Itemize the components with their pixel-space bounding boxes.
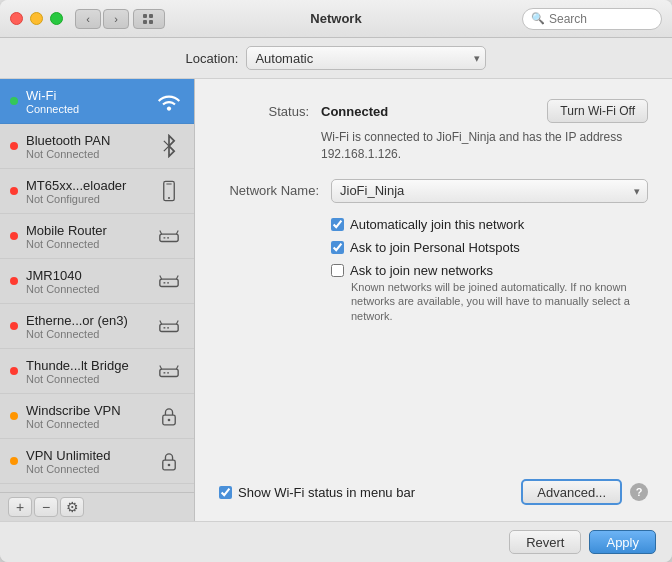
- wifi-icon: [154, 86, 184, 116]
- bluetooth-icon: [154, 131, 184, 161]
- wifi-name: Wi-Fi: [26, 88, 146, 103]
- sidebar-item-jmr1040[interactable]: JMR1040 Not Connected: [0, 259, 194, 304]
- svg-rect-1: [149, 14, 153, 18]
- sidebar-item-mt65xx[interactable]: MT65xx...eloader Not Configured: [0, 169, 194, 214]
- ethernet-status: Not Connected: [26, 328, 146, 340]
- lock-icon-1: [154, 401, 184, 431]
- location-select-wrap: Automatic Edit Locations...: [246, 46, 486, 70]
- jmr1040-status: Not Connected: [26, 283, 146, 295]
- network-gear-button[interactable]: ⚙: [60, 497, 84, 517]
- sidebar-item-mobile-router[interactable]: Mobile Router Not Connected: [0, 214, 194, 259]
- status-label: Status:: [219, 104, 309, 119]
- sidebar-item-ethernet[interactable]: Etherne...or (en3) Not Connected: [0, 304, 194, 349]
- status-dot-jmr1040: [10, 277, 18, 285]
- network-name-row: Network Name: JioFi_Ninja: [219, 179, 648, 203]
- svg-point-5: [168, 197, 170, 199]
- search-box[interactable]: 🔍: [522, 8, 662, 30]
- show-menubar-label[interactable]: Show Wi-Fi status in menu bar: [238, 485, 415, 500]
- sidebar-item-wifi[interactable]: Wi-Fi Connected: [0, 79, 194, 124]
- svg-point-28: [168, 419, 171, 422]
- status-description: Wi-Fi is connected to JioFi_Ninja and ha…: [321, 129, 648, 163]
- back-button[interactable]: ‹: [75, 9, 101, 29]
- titlebar: ‹ › Network 🔍: [0, 0, 672, 38]
- add-network-button[interactable]: +: [8, 497, 32, 517]
- sidebar-item-windscribe[interactable]: Windscribe VPN Not Connected: [0, 394, 194, 439]
- checkboxes-section: Automatically join this network Ask to j…: [331, 217, 648, 325]
- location-select[interactable]: Automatic Edit Locations...: [246, 46, 486, 70]
- network-name-label: Network Name:: [219, 183, 319, 198]
- ethernet-name: Etherne...or (en3): [26, 313, 146, 328]
- remove-network-button[interactable]: −: [34, 497, 58, 517]
- sidebar-item-vpn-unlimited[interactable]: VPN Unlimited Not Connected: [0, 439, 194, 484]
- mobile-router-status: Not Connected: [26, 238, 146, 250]
- mobile-router-text: Mobile Router Not Connected: [26, 223, 146, 250]
- personal-hotspot-checkbox[interactable]: [331, 241, 344, 254]
- personal-hotspot-row: Ask to join Personal Hotspots: [331, 240, 648, 255]
- turn-wifi-off-button[interactable]: Turn Wi-Fi Off: [547, 99, 648, 123]
- windscribe-text: Windscribe VPN Not Connected: [26, 403, 146, 430]
- sidebar-item-bluetooth[interactable]: Bluetooth PAN Not Connected: [0, 124, 194, 169]
- search-input[interactable]: [549, 12, 653, 26]
- vpn-unlimited-text: VPN Unlimited Not Connected: [26, 448, 146, 475]
- status-dot-wifi: [10, 97, 18, 105]
- footer: Revert Apply: [0, 521, 672, 562]
- mt65xx-text: MT65xx...eloader Not Configured: [26, 178, 146, 205]
- router-icon-1: [154, 221, 184, 251]
- status-value: Connected: [321, 104, 388, 119]
- minimize-button[interactable]: [30, 12, 43, 25]
- status-dot-mobile-router: [10, 232, 18, 240]
- network-detail: Status: Connected Turn Wi-Fi Off Wi-Fi i…: [195, 79, 672, 521]
- vpn-unlimited-name: VPN Unlimited: [26, 448, 146, 463]
- sidebar-item-thunderbolt[interactable]: Thunde...lt Bridge Not Connected: [0, 349, 194, 394]
- auto-join-checkbox[interactable]: [331, 218, 344, 231]
- status-dot-mt65xx: [10, 187, 18, 195]
- new-networks-row: Ask to join new networks Known networks …: [331, 263, 648, 325]
- network-window: ‹ › Network 🔍 Location: Automatic Edit L…: [0, 0, 672, 562]
- windscribe-status: Not Connected: [26, 418, 146, 430]
- vpn-unlimited-status: Not Connected: [26, 463, 146, 475]
- auto-join-label[interactable]: Automatically join this network: [350, 217, 524, 232]
- status-dot-ethernet: [10, 322, 18, 330]
- network-name-select-wrap: JioFi_Ninja: [331, 179, 648, 203]
- router-icon-2: [154, 266, 184, 296]
- new-networks-desc: Known networks will be joined automatica…: [351, 280, 648, 325]
- status-dot-vpn-unlimited: [10, 457, 18, 465]
- forward-button[interactable]: ›: [103, 9, 129, 29]
- ethernet-icon-1: [154, 311, 184, 341]
- thunderbolt-status: Not Connected: [26, 373, 146, 385]
- bluetooth-status: Not Connected: [26, 148, 146, 160]
- svg-rect-3: [149, 20, 153, 24]
- wifi-text: Wi-Fi Connected: [26, 88, 146, 115]
- revert-button[interactable]: Revert: [509, 530, 581, 554]
- apply-button[interactable]: Apply: [589, 530, 656, 554]
- new-networks-checkbox[interactable]: [331, 264, 344, 277]
- jmr1040-text: JMR1040 Not Connected: [26, 268, 146, 295]
- window-title: Network: [310, 11, 361, 26]
- grid-button[interactable]: [133, 9, 165, 29]
- personal-hotspot-label[interactable]: Ask to join Personal Hotspots: [350, 240, 520, 255]
- lock-icon-2: [154, 446, 184, 476]
- mobile-router-name: Mobile Router: [26, 223, 146, 238]
- advanced-button[interactable]: Advanced...: [521, 479, 622, 505]
- close-button[interactable]: [10, 12, 23, 25]
- sidebar-bottom: + − ⚙: [0, 492, 194, 521]
- new-networks-label[interactable]: Ask to join new networks: [350, 263, 493, 278]
- sidebar: Wi-Fi Connected Bluetooth PAN Not Connec…: [0, 79, 195, 521]
- status-dot-bluetooth: [10, 142, 18, 150]
- svg-rect-2: [143, 20, 147, 24]
- ethernet-icon-2: [154, 356, 184, 386]
- show-menubar-checkbox[interactable]: [219, 486, 232, 499]
- maximize-button[interactable]: [50, 12, 63, 25]
- windscribe-name: Windscribe VPN: [26, 403, 146, 418]
- status-row: Status: Connected Turn Wi-Fi Off: [219, 99, 648, 123]
- bluetooth-text: Bluetooth PAN Not Connected: [26, 133, 146, 160]
- svg-point-30: [168, 464, 171, 467]
- auto-join-row: Automatically join this network: [331, 217, 648, 232]
- help-button[interactable]: ?: [630, 483, 648, 501]
- traffic-lights: [10, 12, 63, 25]
- nav-buttons: ‹ ›: [75, 9, 129, 29]
- jmr1040-name: JMR1040: [26, 268, 146, 283]
- search-icon: 🔍: [531, 12, 545, 25]
- location-bar: Location: Automatic Edit Locations...: [0, 38, 672, 79]
- network-name-select[interactable]: JioFi_Ninja: [331, 179, 648, 203]
